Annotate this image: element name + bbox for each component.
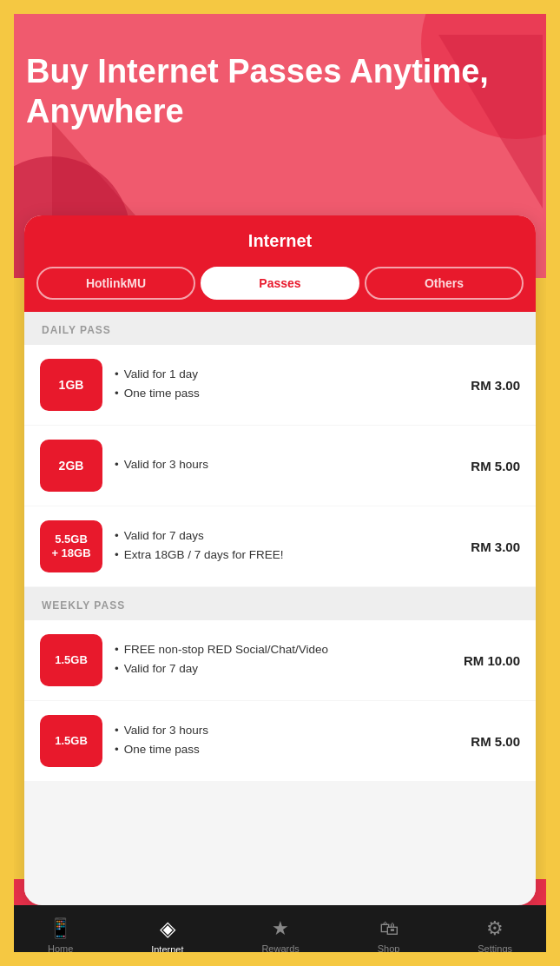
- section-header-weekly: WEEKLY PASS: [24, 587, 536, 620]
- plan-row-weekly-1[interactable]: 1.5GB FREE non-stop RED Social/Chat/Vide…: [24, 620, 536, 700]
- home-icon: 📱: [49, 917, 72, 940]
- plan-details-2gb: Valid for 3 hours: [115, 456, 458, 475]
- plan-detail-1gb-2: One time pass: [115, 385, 458, 402]
- section-header-daily: DAILY PASS: [24, 312, 536, 345]
- internet-icon: ◈: [160, 916, 175, 941]
- hero-title: Buy Internet Passes Anytime, Anywhere: [26, 52, 534, 131]
- tab-others[interactable]: Others: [365, 267, 524, 300]
- plan-detail-5gb-2: Extra 18GB / 7 days for FREE!: [115, 546, 458, 564]
- plan-badge-5gb: 5.5GB+ 18GB: [40, 520, 102, 572]
- plan-badge-weekly-2: 1.5GB: [40, 715, 102, 767]
- nav-internet-label: Internet: [151, 944, 183, 955]
- nav-shop[interactable]: 🛍 Shop: [369, 912, 409, 959]
- card-header-title: Internet: [248, 231, 312, 250]
- tab-passes[interactable]: Passes: [201, 267, 359, 300]
- plan-price-weekly-2: RM 5.00: [471, 734, 520, 749]
- tab-hotlinkmu[interactable]: HotlinkMU: [36, 267, 195, 300]
- shop-icon: 🛍: [379, 917, 399, 940]
- plan-detail-w2-1: Valid for 3 hours: [115, 722, 458, 739]
- plan-badge-weekly-1: 1.5GB: [40, 634, 102, 686]
- plan-price-1gb: RM 3.00: [471, 378, 520, 393]
- plan-row-1gb[interactable]: 1GB Valid for 1 day One time pass RM 3.0…: [24, 345, 536, 425]
- rewards-icon: ★: [272, 917, 289, 940]
- tab-bar: HotlinkMU Passes Others: [24, 267, 536, 312]
- plan-details-weekly-2: Valid for 3 hours One time pass: [115, 722, 458, 761]
- plan-badge-1gb: 1GB: [40, 359, 102, 411]
- settings-icon: ⚙: [486, 917, 504, 940]
- nav-shop-label: Shop: [378, 943, 400, 954]
- content-area: DAILY PASS 1GB Valid for 1 day One time …: [24, 312, 536, 897]
- nav-rewards-label: Rewards: [261, 943, 299, 954]
- plan-detail-1gb-1: Valid for 1 day: [115, 366, 458, 383]
- card-header: Internet: [24, 215, 536, 267]
- main-card: Internet HotlinkMU Passes Others DAILY P…: [24, 215, 536, 905]
- plan-price-2gb: RM 5.00: [471, 459, 520, 473]
- bottom-nav: 📱 Home ◈ Internet ★ Rewards 🛍 Shop ⚙ Set…: [0, 905, 560, 966]
- plan-badge-2gb: 2GB: [40, 440, 102, 492]
- plan-detail-5gb-1: Valid for 7 days: [115, 527, 458, 545]
- nav-settings[interactable]: ⚙ Settings: [469, 912, 521, 959]
- nav-home[interactable]: 📱 Home: [39, 912, 82, 959]
- plan-detail-w1-1: FREE non-stop RED Social/Chat/Video: [115, 641, 451, 658]
- plan-row-5gb[interactable]: 5.5GB+ 18GB Valid for 7 days Extra 18GB …: [24, 506, 536, 586]
- nav-settings-label: Settings: [478, 943, 512, 954]
- plan-price-weekly-1: RM 10.00: [464, 653, 520, 668]
- plan-detail-w2-2: One time pass: [115, 741, 458, 758]
- nav-rewards[interactable]: ★ Rewards: [253, 912, 307, 959]
- plan-row-weekly-2[interactable]: 1.5GB Valid for 3 hours One time pass RM…: [24, 701, 536, 781]
- plan-detail-w1-2: Valid for 7 day: [115, 660, 451, 678]
- plan-detail-2gb-1: Valid for 3 hours: [115, 456, 458, 473]
- nav-internet[interactable]: ◈ Internet: [142, 911, 192, 960]
- app-frame: Buy Internet Passes Anytime, Anywhere In…: [0, 0, 560, 966]
- nav-home-label: Home: [48, 943, 73, 954]
- plan-row-2gb[interactable]: 2GB Valid for 3 hours RM 5.00: [24, 426, 536, 506]
- plan-details-5gb: Valid for 7 days Extra 18GB / 7 days for…: [115, 527, 458, 566]
- plan-details-1gb: Valid for 1 day One time pass: [115, 366, 458, 405]
- plan-price-5gb: RM 3.00: [471, 539, 520, 554]
- plan-details-weekly-1: FREE non-stop RED Social/Chat/Video Vali…: [115, 641, 451, 680]
